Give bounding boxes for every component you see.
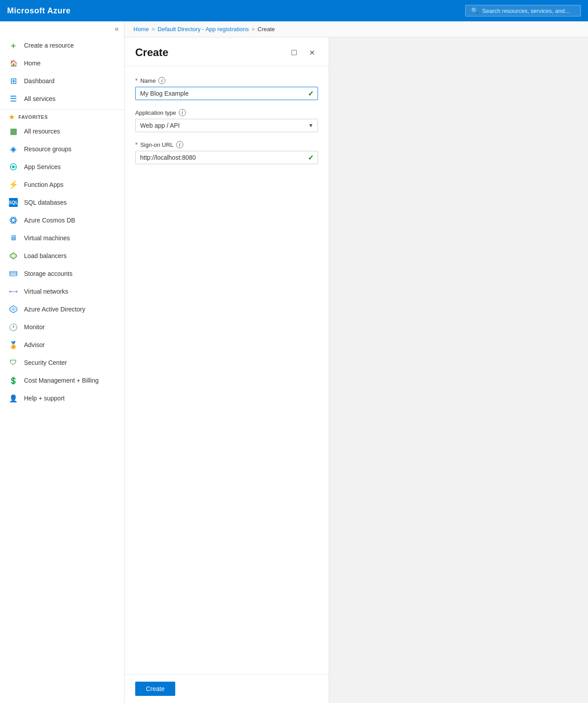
name-field-group: * Name i ✓ (135, 77, 318, 100)
app-title: Microsoft Azure (7, 6, 71, 16)
topbar: Microsoft Azure 🔍 Search resources, serv… (0, 0, 588, 21)
svg-marker-13 (11, 307, 16, 311)
sidebar-item-monitor[interactable]: 🕐 Monitor (0, 318, 124, 336)
name-label: * Name i (135, 77, 318, 84)
sidebar-item-resource-groups[interactable]: ◈ Resource groups (0, 140, 124, 158)
sidebar-item-label: All services (24, 95, 56, 102)
home-icon: 🏠 (9, 59, 18, 68)
sql-icon: SQL (9, 198, 18, 207)
star-icon: ★ (9, 113, 15, 121)
content-area: Home > Default Directory - App registrat… (125, 21, 588, 703)
sidebar-item-label: Home (24, 60, 40, 67)
search-bar[interactable]: 🔍 Search resources, services, and... (465, 5, 581, 16)
all-services-icon: ☰ (9, 94, 18, 103)
sidebar-item-label: Advisor (24, 341, 45, 348)
panel-maximize-button[interactable]: ☐ (288, 46, 300, 59)
svg-marker-8 (12, 254, 15, 258)
vm-icon: 🖥 (9, 234, 18, 242)
sidebar-item-security-center[interactable]: 🛡 Security Center (0, 354, 124, 372)
sidebar-item-virtual-networks[interactable]: ⟷ Virtual networks (0, 283, 124, 300)
resource-groups-icon: ◈ (9, 145, 18, 154)
favorites-section: ★ FAVORITES (0, 109, 124, 122)
sidebar-item-label: Load balancers (24, 252, 67, 259)
sidebar-item-label: Dashboard (24, 77, 55, 85)
sidebar-item-label: Virtual machines (24, 234, 70, 242)
name-check-icon: ✓ (308, 89, 314, 98)
create-button[interactable]: Create (135, 682, 175, 696)
breadcrumb-sep-2: > (251, 26, 255, 32)
sidebar-item-advisor[interactable]: 🏅 Advisor (0, 336, 124, 354)
load-balancers-icon (9, 251, 18, 260)
sidebar-item-app-services[interactable]: App Services (0, 158, 124, 176)
sidebar-item-label: Cost Management + Billing (24, 377, 99, 384)
svg-marker-7 (10, 253, 16, 259)
sidebar-item-cost-management[interactable]: 💲 Cost Management + Billing (0, 372, 124, 389)
panel-close-button[interactable]: ✕ (306, 46, 318, 59)
sidebar-item-create-resource[interactable]: ＋ Create a resource (0, 36, 124, 54)
maximize-icon: ☐ (291, 48, 297, 57)
aad-icon (9, 305, 18, 314)
function-apps-icon: ⚡ (9, 180, 18, 189)
close-icon: ✕ (309, 48, 315, 57)
sidebar-item-label: Monitor (24, 323, 45, 331)
sidebar-item-label: Security Center (24, 359, 67, 366)
breadcrumb-directory[interactable]: Default Directory - App registrations (157, 26, 249, 32)
svg-point-1 (12, 166, 15, 168)
breadcrumb-current: Create (258, 26, 275, 32)
sidebar-item-label: Help + support (24, 395, 64, 402)
sidebar-item-label: Function Apps (24, 181, 64, 188)
signon-check-icon: ✓ (308, 154, 314, 162)
panel-content: * Name i ✓ Application type i (125, 66, 329, 674)
sidebar-item-sql-databases[interactable]: SQL SQL databases (0, 194, 124, 211)
app-type-info-icon[interactable]: i (179, 109, 186, 116)
panel-footer: Create (125, 674, 329, 703)
app-type-field-group: Application type i Web app / API Native … (135, 109, 318, 132)
sidebar-item-function-apps[interactable]: ⚡ Function Apps (0, 176, 124, 194)
app-type-label: Application type i (135, 109, 318, 116)
signon-info-icon[interactable]: i (176, 141, 183, 148)
signon-url-input[interactable] (135, 151, 318, 164)
sidebar-item-label: Create a resource (24, 42, 74, 49)
sidebar-item-load-balancers[interactable]: Load balancers (0, 247, 124, 265)
panel-header: Create ☐ ✕ (125, 37, 329, 66)
sidebar-item-label: Virtual networks (24, 288, 68, 295)
breadcrumb-sep-1: > (152, 26, 155, 32)
sidebar-item-virtual-machines[interactable]: 🖥 Virtual machines (0, 229, 124, 247)
sidebar-item-cosmos-db[interactable]: Azure Cosmos DB (0, 211, 124, 229)
sidebar-item-dashboard[interactable]: ⊞ Dashboard (0, 72, 124, 90)
sidebar-collapse-button[interactable]: « (0, 21, 124, 36)
sidebar-item-label: Azure Cosmos DB (24, 217, 75, 224)
sidebar-item-active-directory[interactable]: Azure Active Directory (0, 300, 124, 318)
name-info-icon[interactable]: i (158, 77, 165, 84)
sidebar-item-storage-accounts[interactable]: Storage accounts (0, 265, 124, 283)
app-type-select-wrapper: Web app / API Native ▼ (135, 119, 318, 132)
page-body: Create ☐ ✕ * Name i (125, 37, 588, 703)
monitor-icon: 🕐 (9, 323, 18, 331)
help-icon: 👤 (9, 394, 18, 403)
search-icon: 🔍 (471, 7, 479, 14)
sidebar-item-all-services[interactable]: ☰ All services (0, 90, 124, 108)
sidebar-item-label: Resource groups (24, 145, 72, 153)
sidebar-item-all-resources[interactable]: ▦ All resources (0, 122, 124, 140)
svg-rect-9 (10, 271, 17, 276)
sidebar-item-help-support[interactable]: 👤 Help + support (0, 389, 124, 407)
cosmos-db-icon (9, 216, 18, 225)
required-star: * (135, 77, 137, 84)
app-type-select[interactable]: Web app / API Native (135, 119, 318, 132)
name-input[interactable] (135, 87, 318, 100)
breadcrumb-home[interactable]: Home (133, 26, 149, 32)
sidebar-item-label: All resources (24, 128, 60, 135)
create-panel: Create ☐ ✕ * Name i (125, 37, 329, 703)
name-input-wrapper: ✓ (135, 87, 318, 100)
sidebar-item-home[interactable]: 🏠 Home (0, 54, 124, 72)
security-icon: 🛡 (9, 358, 18, 367)
search-placeholder: Search resources, services, and... (482, 8, 570, 14)
panel-title: Create (135, 46, 282, 59)
plus-icon: ＋ (9, 41, 18, 50)
signon-input-wrapper: ✓ (135, 151, 318, 164)
required-star-signon: * (135, 141, 137, 148)
all-resources-icon: ▦ (9, 127, 18, 136)
breadcrumb: Home > Default Directory - App registrat… (125, 21, 588, 37)
sidebar-item-label: Azure Active Directory (24, 306, 85, 313)
storage-icon (9, 269, 18, 278)
